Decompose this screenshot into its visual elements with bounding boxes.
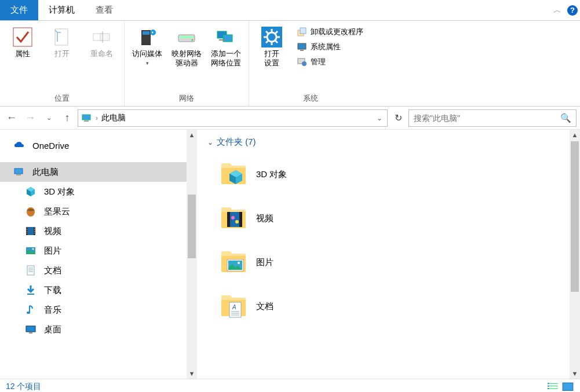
group-label: 系统 — [303, 93, 318, 104]
system-properties-button[interactable]: 系统属性 — [297, 42, 363, 52]
svg-rect-55 — [29, 332, 32, 334]
chevron-down-icon: ⌄ — [207, 138, 213, 146]
open-settings-button[interactable]: 打开 设置 — [254, 24, 290, 68]
add-network-location-button[interactable]: 添加一个 网络位置 — [208, 24, 244, 68]
rename-icon — [91, 27, 112, 47]
uninstall-icon — [297, 27, 307, 37]
ribbon-group-system: 打开 设置 卸载或更改程序 系统属性 — [249, 21, 371, 106]
tree-item-picture[interactable]: 图片 — [0, 241, 197, 261]
tree-item-music[interactable]: 音乐 — [0, 300, 197, 320]
svg-rect-40 — [27, 231, 27, 232]
scroll-thumb[interactable] — [571, 141, 579, 292]
ribbon: 属性 打开 重命名 位置 访问媒体 — [0, 21, 580, 107]
folder-icon — [219, 204, 248, 233]
svg-point-59 — [231, 216, 235, 219]
video-icon — [24, 225, 37, 237]
tree-item-nut[interactable]: 坚果云 — [0, 202, 197, 221]
tree-item-label: 坚果云 — [44, 206, 70, 217]
content-pane: ⌄ 文件夹 (7) 3D 对象视频图片A文档 ▲ ▼ — [197, 130, 580, 379]
up-button[interactable]: ↑ — [59, 110, 75, 126]
svg-point-34 — [27, 207, 35, 217]
status-bar: 12 个项目 — [0, 379, 580, 392]
svg-rect-25 — [300, 28, 306, 34]
svg-rect-41 — [27, 233, 27, 233]
uninstall-programs-button[interactable]: 卸载或更改程序 — [297, 27, 363, 37]
tab-computer[interactable]: 计算机 — [38, 0, 85, 20]
svg-rect-9 — [180, 36, 194, 38]
desktop-icon — [24, 323, 37, 336]
group-label: 位置 — [54, 93, 70, 104]
manage-button[interactable]: 管理 — [297, 57, 363, 67]
collapse-ribbon-icon[interactable]: ︿ — [553, 5, 561, 16]
network-location-icon — [216, 27, 236, 47]
nut-icon — [24, 205, 37, 218]
tree-item-pc[interactable]: 此电脑 — [0, 162, 197, 182]
folders-group-header[interactable]: ⌄ 文件夹 (7) — [207, 137, 570, 148]
tree-item-cube[interactable]: 3D 对象 — [0, 182, 197, 202]
svg-rect-0 — [13, 28, 32, 46]
refresh-button[interactable]: ↻ — [390, 110, 406, 126]
svg-rect-73 — [548, 385, 549, 386]
folder-label: 视频 — [256, 213, 273, 224]
svg-rect-58 — [239, 212, 242, 227]
tree-item-label: 音乐 — [44, 305, 61, 316]
manage-icon — [297, 57, 307, 67]
svg-rect-44 — [34, 231, 35, 232]
chevron-right-icon[interactable]: › — [96, 114, 98, 122]
svg-point-63 — [238, 262, 240, 264]
forward-button: → — [22, 110, 38, 126]
tree-item-label: 下载 — [44, 285, 61, 296]
folder-item-picture[interactable]: 图片 — [207, 240, 570, 284]
tree-item-document[interactable]: 文档 — [0, 261, 197, 280]
music-icon — [24, 303, 37, 316]
search-input[interactable] — [414, 113, 560, 123]
svg-rect-39 — [27, 229, 27, 230]
map-drive-button[interactable]: 映射网络 驱动器 — [169, 24, 205, 68]
scroll-down-icon[interactable]: ▼ — [570, 368, 580, 379]
group-label: 网络 — [179, 93, 194, 104]
address-bar[interactable]: › 此电脑 ⌄ — [78, 109, 388, 127]
details-view-icon[interactable] — [546, 382, 559, 392]
content-scrollbar[interactable]: ▲ ▼ — [570, 130, 580, 379]
tab-view[interactable]: 查看 — [85, 0, 123, 20]
tree-item-download[interactable]: 下载 — [0, 280, 197, 300]
svg-rect-6 — [143, 31, 149, 35]
back-button[interactable]: ← — [3, 110, 20, 126]
tree-item-label: 此电脑 — [32, 167, 59, 178]
folder-item-cube[interactable]: 3D 对象 — [207, 152, 570, 196]
access-media-button[interactable]: 访问媒体 ▾ — [129, 24, 165, 66]
tree-item-label: 视频 — [44, 226, 61, 237]
svg-point-10 — [192, 39, 194, 41]
folder-item-video[interactable]: 视频 — [207, 196, 570, 240]
download-icon — [24, 284, 37, 296]
help-icon[interactable]: ? — [567, 5, 578, 16]
search-box[interactable]: 🔍 — [408, 109, 577, 127]
address-dropdown-icon[interactable]: ⌄ — [377, 114, 382, 122]
svg-point-47 — [32, 248, 34, 250]
svg-rect-27 — [300, 50, 304, 51]
properties-button[interactable]: 属性 — [5, 24, 41, 58]
sidebar-scrollbar[interactable]: ▲ ▼ — [187, 130, 197, 379]
svg-rect-74 — [548, 388, 549, 389]
tree-item-label: OneDrive — [32, 141, 69, 151]
tree-item-video[interactable]: 视频 — [0, 221, 197, 241]
history-dropdown[interactable]: ⌄ — [41, 110, 57, 126]
tree-item-label: 文档 — [44, 265, 61, 276]
tree-item-onedrive[interactable]: OneDrive — [0, 135, 197, 155]
tab-file[interactable]: 文件 — [0, 0, 38, 20]
scroll-up-icon[interactable]: ▲ — [570, 130, 580, 140]
monitor-icon — [297, 42, 307, 52]
folder-label: 图片 — [256, 257, 273, 268]
scroll-thumb[interactable] — [188, 195, 196, 258]
scroll-down-icon[interactable]: ▼ — [187, 368, 197, 379]
folder-item-document[interactable]: A文档 — [207, 284, 570, 328]
scroll-up-icon[interactable]: ▲ — [187, 130, 197, 140]
large-icons-view-icon[interactable] — [561, 382, 574, 392]
navigation-bar: ← → ⌄ ↑ › 此电脑 ⌄ ↻ 🔍 — [0, 107, 580, 130]
svg-point-53 — [27, 312, 30, 314]
ribbon-group-network: 访问媒体 ▾ 映射网络 驱动器 添加一个 网络位置 网络 — [125, 21, 249, 106]
menu-tabs: 文件 计算机 查看 ︿ ? — [0, 0, 580, 21]
search-icon: 🔍 — [560, 113, 571, 123]
tree-item-desktop[interactable]: 桌面 — [0, 320, 197, 339]
document-icon — [24, 264, 37, 277]
